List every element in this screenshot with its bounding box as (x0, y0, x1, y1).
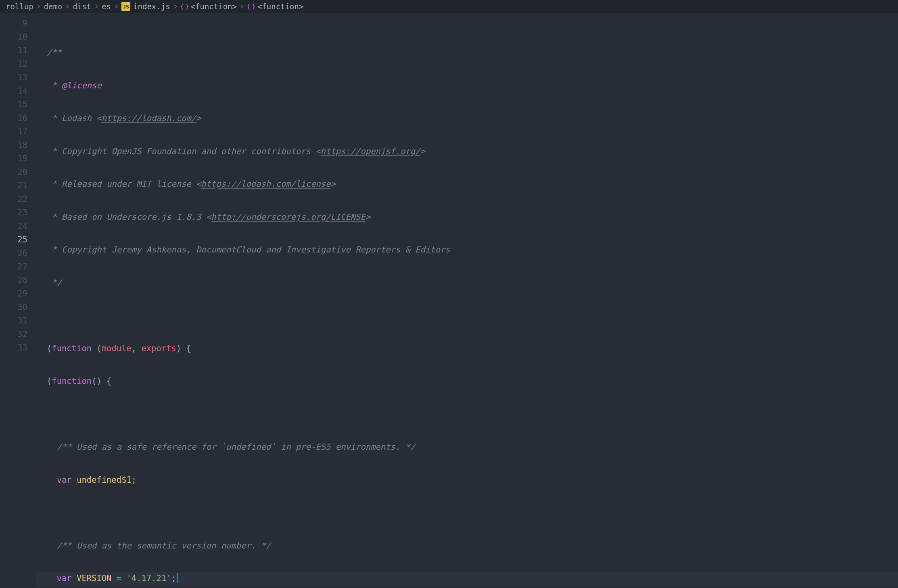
breadcrumb-item-symbol[interactable]: <function> (181, 2, 237, 11)
line-number[interactable]: 28 (0, 274, 36, 288)
line-number[interactable]: 12 (0, 58, 36, 71)
breadcrumb-item[interactable]: demo (44, 2, 63, 11)
chevron-right-icon (113, 4, 119, 9)
code-line[interactable]: var undefined$1; (36, 473, 898, 487)
line-number[interactable]: 16 (0, 112, 36, 125)
line-number[interactable]: 13 (0, 71, 36, 85)
line-number[interactable]: 10 (0, 31, 36, 44)
code-line[interactable]: /** Used as the semantic version number.… (36, 539, 898, 553)
breadcrumb-item[interactable]: es (102, 2, 111, 11)
line-number[interactable]: 22 (0, 193, 36, 206)
code-line[interactable]: (function() { (36, 375, 898, 388)
chevron-right-icon (239, 4, 245, 9)
chevron-right-icon (94, 4, 99, 9)
code-area[interactable]: 9101112131415161718192021222324252627282… (0, 13, 898, 588)
code-line[interactable]: * Copyright OpenJS Foundation and other … (36, 145, 898, 158)
line-number[interactable]: 14 (0, 85, 36, 98)
breadcrumb-item[interactable]: rollup (6, 2, 33, 11)
line-number[interactable]: 29 (0, 287, 36, 301)
editor: rollup demo dist es JS index.js <functio… (0, 0, 898, 588)
text-cursor (177, 573, 178, 583)
line-number[interactable]: 11 (0, 44, 36, 58)
breadcrumb-item-symbol[interactable]: <function> (247, 2, 303, 11)
line-number[interactable]: 26 (0, 247, 36, 261)
line-number[interactable]: 9 (0, 17, 36, 31)
code-line[interactable]: * Lodash <https://lodash.com/> (36, 112, 898, 125)
line-number-gutter[interactable]: 9101112131415161718192021222324252627282… (0, 13, 36, 588)
function-icon (247, 3, 255, 10)
code-line[interactable]: var VERSION = '4.17.21'; (36, 572, 898, 586)
code-line[interactable] (36, 506, 898, 520)
line-number[interactable]: 25 (0, 233, 36, 247)
code-line[interactable]: * Released under MIT license <https://lo… (36, 177, 898, 191)
code-line[interactable]: * @license (36, 79, 898, 93)
line-number[interactable]: 20 (0, 166, 36, 179)
line-number[interactable]: 19 (0, 152, 36, 166)
breadcrumb[interactable]: rollup demo dist es JS index.js <functio… (0, 0, 898, 13)
breadcrumb-item[interactable]: dist (73, 2, 91, 11)
chevron-right-icon (36, 4, 42, 9)
line-number[interactable]: 31 (0, 314, 36, 328)
line-number[interactable]: 27 (0, 260, 36, 274)
code-content[interactable]: /** * @license * Lodash <https://lodash.… (36, 13, 898, 588)
code-line[interactable] (36, 408, 898, 421)
line-number[interactable]: 32 (0, 328, 36, 342)
code-line[interactable]: /** (36, 46, 898, 60)
code-line[interactable]: * Copyright Jeremy Ashkenas, DocumentClo… (36, 243, 898, 257)
line-number[interactable]: 33 (0, 341, 36, 355)
code-line[interactable] (36, 309, 898, 323)
line-number[interactable]: 23 (0, 206, 36, 220)
js-file-icon: JS (121, 2, 130, 11)
function-icon (181, 3, 188, 10)
breadcrumb-item-file[interactable]: JS index.js (121, 2, 170, 11)
line-number[interactable]: 15 (0, 98, 36, 112)
code-line[interactable]: (function (module, exports) { (36, 342, 898, 356)
chevron-right-icon (65, 4, 70, 9)
line-number[interactable]: 21 (0, 179, 36, 193)
line-number[interactable]: 24 (0, 220, 36, 234)
line-number[interactable]: 17 (0, 125, 36, 139)
code-line[interactable]: */ (36, 276, 898, 290)
code-line[interactable]: /** Used as a safe reference for `undefi… (36, 440, 898, 454)
code-line[interactable]: * Based on Underscore.js 1.8.3 <http://u… (36, 211, 898, 224)
line-number[interactable]: 30 (0, 301, 36, 315)
chevron-right-icon (173, 4, 178, 9)
line-number[interactable]: 18 (0, 139, 36, 152)
